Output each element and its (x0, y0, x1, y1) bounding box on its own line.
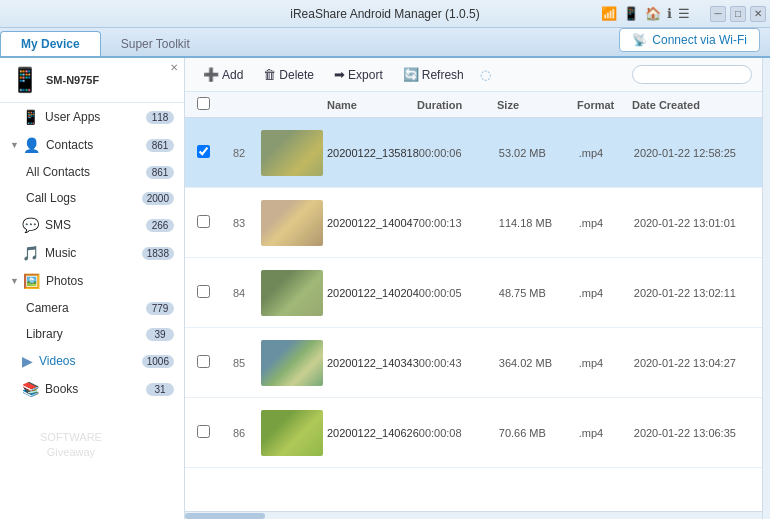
table-row[interactable]: 85 20200122_140343 00:00:43 364.02 MB .m… (185, 328, 762, 398)
maximize-button[interactable]: □ (730, 6, 746, 22)
sidebar-item-user-apps[interactable]: 📱User Apps118 (0, 103, 184, 131)
table-row[interactable]: 86 20200122_140626 00:00:08 70.66 MB .mp… (185, 398, 762, 468)
tab-my-device[interactable]: My Device (0, 31, 101, 56)
sidebar-item-library[interactable]: Library39 (0, 321, 184, 347)
sidebar-badge-library: 39 (146, 328, 174, 341)
search-input[interactable] (641, 69, 762, 81)
horizontal-scrollbar[interactable] (185, 511, 762, 519)
row-name-86: 20200122_140626 (327, 427, 419, 439)
device-header: 📱 SM-N975F ✕ (0, 58, 184, 103)
device-name: SM-N975F (46, 74, 99, 86)
window-controls: ─ □ ✕ (710, 6, 766, 22)
row-num-83: 83 (221, 217, 257, 229)
title-bar: iReaShare Android Manager (1.0.5) 📶 📱 🏠 … (0, 0, 770, 28)
row-size-82: 53.02 MB (499, 147, 579, 159)
sidebar-list: 📱User Apps118▼👤Contacts861All Contacts86… (0, 103, 184, 403)
row-check-82[interactable] (185, 145, 221, 161)
row-thumb-84 (257, 266, 327, 320)
row-num-82: 82 (221, 147, 257, 159)
thumbnail-85 (261, 340, 323, 386)
header-name: Name (327, 99, 417, 111)
table-row[interactable]: 83 20200122_140047 00:00:13 114.18 MB .m… (185, 188, 762, 258)
row-num-84: 84 (221, 287, 257, 299)
music-icon: 🎵 (22, 245, 39, 261)
close-button[interactable]: ✕ (750, 6, 766, 22)
row-thumb-86 (257, 406, 327, 460)
thumbnail-83 (261, 200, 323, 246)
add-button[interactable]: ➕ Add (195, 64, 251, 85)
sidebar-item-sms[interactable]: 💬SMS266 (0, 211, 184, 239)
vertical-scrollbar[interactable] (762, 58, 770, 519)
minimize-button[interactable]: ─ (710, 6, 726, 22)
sidebar-badge-music: 1838 (142, 247, 174, 260)
horizontal-scrollbar-thumb[interactable] (185, 513, 265, 519)
row-size-83: 114.18 MB (499, 217, 579, 229)
row-thumb-83 (257, 196, 327, 250)
header-check[interactable] (185, 97, 221, 112)
sidebar-label-user-apps: User Apps (45, 110, 146, 124)
sidebar-item-music[interactable]: 🎵Music1838 (0, 239, 184, 267)
sidebar-item-photos[interactable]: ▼🖼️Photos (0, 267, 184, 295)
sidebar-badge-camera: 779 (146, 302, 174, 315)
row-check-85[interactable] (185, 355, 221, 371)
add-icon: ➕ (203, 67, 219, 82)
sidebar-label-contacts: Contacts (46, 138, 146, 152)
menu-icon: ☰ (678, 6, 690, 21)
title-bar-icons: 📶 📱 🏠 ℹ ☰ (601, 6, 690, 21)
row-format-83: .mp4 (579, 217, 634, 229)
row-date-82: 2020-01-22 12:58:25 (634, 147, 762, 159)
row-name-84: 20200122_140204 (327, 287, 419, 299)
row-name-82: 20200122_135818 (327, 147, 419, 159)
checkbox-84[interactable] (197, 285, 210, 298)
sidebar-item-videos[interactable]: ▶Videos1006 (0, 347, 184, 375)
sidebar: 📱 SM-N975F ✕ 📱User Apps118▼👤Contacts861A… (0, 58, 185, 519)
sidebar-item-all-contacts[interactable]: All Contacts861 (0, 159, 184, 185)
main-layout: 📱 SM-N975F ✕ 📱User Apps118▼👤Contacts861A… (0, 58, 770, 519)
sidebar-badge-videos: 1006 (142, 355, 174, 368)
sidebar-label-videos: Videos (39, 354, 142, 368)
window-title: iReaShare Android Manager (1.0.5) (290, 7, 479, 21)
sidebar-item-call-logs[interactable]: Call Logs2000 (0, 185, 184, 211)
export-icon: ➡ (334, 67, 345, 82)
select-all-checkbox[interactable] (197, 97, 210, 110)
sidebar-item-contacts[interactable]: ▼👤Contacts861 (0, 131, 184, 159)
row-duration-84: 00:00:05 (419, 287, 499, 299)
tab-bar: My Device Super Toolkit 📡 Connect via Wi… (0, 28, 770, 58)
row-date-84: 2020-01-22 13:02:11 (634, 287, 762, 299)
sidebar-item-camera[interactable]: Camera779 (0, 295, 184, 321)
row-duration-83: 00:00:13 (419, 217, 499, 229)
checkbox-83[interactable] (197, 215, 210, 228)
checkbox-85[interactable] (197, 355, 210, 368)
device-close-button[interactable]: ✕ (170, 62, 178, 73)
row-check-84[interactable] (185, 285, 221, 301)
refresh-button[interactable]: 🔄 Refresh (395, 64, 472, 85)
row-format-86: .mp4 (579, 427, 634, 439)
sidebar-item-books[interactable]: 📚Books31 (0, 375, 184, 403)
row-check-86[interactable] (185, 425, 221, 441)
row-name-83: 20200122_140047 (327, 217, 419, 229)
table-row[interactable]: 82 20200122_135818 00:00:06 53.02 MB .mp… (185, 118, 762, 188)
sidebar-label-camera: Camera (26, 301, 146, 315)
connect-wifi-button[interactable]: 📡 Connect via Wi-Fi (619, 28, 760, 52)
row-check-83[interactable] (185, 215, 221, 231)
delete-button[interactable]: 🗑 Delete (255, 64, 322, 85)
delete-icon: 🗑 (263, 67, 276, 82)
row-format-82: .mp4 (579, 147, 634, 159)
books-icon: 📚 (22, 381, 39, 397)
sidebar-label-books: Books (45, 382, 146, 396)
loading-spinner: ◌ (480, 67, 491, 82)
user-apps-icon: 📱 (22, 109, 39, 125)
table-row[interactable]: 84 20200122_140204 00:00:05 48.75 MB .mp… (185, 258, 762, 328)
checkbox-86[interactable] (197, 425, 210, 438)
sidebar-badge-contacts: 861 (146, 139, 174, 152)
refresh-icon: 🔄 (403, 67, 419, 82)
checkbox-82[interactable] (197, 145, 210, 158)
row-size-85: 364.02 MB (499, 357, 579, 369)
sidebar-label-music: Music (45, 246, 142, 260)
tab-super-toolkit[interactable]: Super Toolkit (101, 32, 210, 56)
info-icon: ℹ (667, 6, 672, 21)
sms-icon: 💬 (22, 217, 39, 233)
search-box[interactable]: 🔍 (632, 65, 752, 84)
thumbnail-82 (261, 130, 323, 176)
export-button[interactable]: ➡ Export (326, 64, 391, 85)
